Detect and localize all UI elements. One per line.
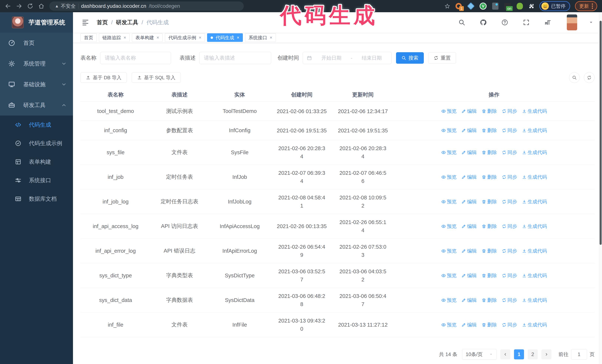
- search-icon[interactable]: [458, 19, 465, 26]
- sync-link[interactable]: 同步: [502, 149, 517, 156]
- sidebar-item-infrastructure[interactable]: 基础设施: [0, 74, 73, 95]
- extension-green-icon[interactable]: [516, 2, 524, 10]
- tab-system-api[interactable]: 系统接口 ×: [245, 33, 276, 42]
- delete-link[interactable]: 删除: [482, 108, 497, 114]
- browser-menu-icon[interactable]: [592, 3, 593, 9]
- edit-link[interactable]: 编辑: [462, 174, 477, 180]
- preview-link[interactable]: 预览: [441, 108, 457, 114]
- preview-link[interactable]: 预览: [441, 149, 457, 156]
- sync-link[interactable]: 同步: [502, 127, 517, 134]
- prev-page-button[interactable]: [500, 349, 510, 359]
- sync-link[interactable]: 同步: [502, 174, 517, 180]
- edit-link[interactable]: 编辑: [462, 297, 477, 303]
- browser-update-button[interactable]: 更新: [575, 1, 597, 11]
- sidebar-item-db-doc[interactable]: 数据库文档: [0, 190, 73, 208]
- close-icon[interactable]: ×: [124, 35, 126, 40]
- page-scrollbar[interactable]: [599, 12, 602, 364]
- sidebar-item-home[interactable]: 首页: [0, 32, 73, 53]
- page-button-2[interactable]: 2: [528, 349, 538, 359]
- preview-link[interactable]: 预览: [441, 272, 457, 279]
- extensions-puzzle-icon[interactable]: [528, 3, 535, 9]
- tab-code-generation[interactable]: 代码生成 ×: [207, 33, 243, 42]
- date-range-picker[interactable]: 开始日期 - 结束日期: [303, 52, 392, 64]
- browser-profile-chip[interactable]: 😀 已暂停: [539, 1, 570, 11]
- goto-page-input[interactable]: [571, 349, 587, 360]
- sidebar-item-code-generation[interactable]: 代码生成: [0, 115, 73, 134]
- tab-home[interactable]: 首页: [80, 33, 97, 42]
- edit-link[interactable]: 编辑: [462, 149, 477, 156]
- import-db-button[interactable]: 基于 DB 导入: [80, 73, 127, 83]
- preview-link[interactable]: 预览: [441, 248, 457, 254]
- close-icon[interactable]: ×: [199, 35, 201, 40]
- refresh-table-button[interactable]: [584, 72, 595, 83]
- user-avatar[interactable]: [567, 14, 577, 30]
- sync-link[interactable]: 同步: [502, 248, 517, 254]
- generate-code-link[interactable]: 生成代码: [522, 248, 547, 254]
- extension-on-icon[interactable]: on: [504, 2, 511, 10]
- extension-toggle-icon[interactable]: [492, 2, 499, 10]
- preview-link[interactable]: 预览: [441, 322, 457, 328]
- next-page-button[interactable]: [541, 349, 551, 359]
- tab-form-builder[interactable]: 表单构建 ×: [132, 33, 163, 42]
- hamburger-icon[interactable]: [82, 19, 89, 26]
- help-icon[interactable]: [501, 19, 508, 26]
- generate-code-link[interactable]: 生成代码: [522, 149, 547, 156]
- edit-link[interactable]: 编辑: [462, 322, 477, 328]
- sidebar-item-system-management[interactable]: 系统管理: [0, 53, 73, 74]
- breadcrumb-dev-tools[interactable]: 研发工具: [116, 19, 138, 26]
- extension-orange-icon[interactable]: 1: [455, 2, 462, 10]
- preview-link[interactable]: 预览: [441, 174, 457, 180]
- preview-link[interactable]: 预览: [441, 223, 457, 229]
- delete-link[interactable]: 删除: [482, 297, 497, 303]
- generate-code-link[interactable]: 生成代码: [522, 297, 547, 303]
- delete-link[interactable]: 删除: [482, 149, 497, 156]
- generate-code-link[interactable]: 生成代码: [522, 223, 547, 229]
- table-desc-input[interactable]: [199, 52, 271, 64]
- start-date-placeholder[interactable]: 开始日期: [315, 55, 347, 61]
- close-icon[interactable]: ×: [270, 35, 272, 40]
- font-size-icon[interactable]: [544, 19, 551, 26]
- extension-gem-icon[interactable]: [467, 2, 474, 10]
- toggle-search-button[interactable]: [569, 72, 580, 83]
- delete-link[interactable]: 删除: [482, 322, 497, 328]
- scrollbar-thumb[interactable]: [600, 21, 602, 245]
- sidebar-item-form-builder[interactable]: 表单构建: [0, 153, 73, 171]
- sidebar-item-codegen-example[interactable]: 代码生成示例: [0, 134, 73, 153]
- browser-home-icon[interactable]: [38, 3, 44, 9]
- import-sql-button[interactable]: 基于 SQL 导入: [132, 73, 181, 83]
- edit-link[interactable]: 编辑: [462, 108, 477, 114]
- preview-link[interactable]: 预览: [441, 198, 457, 205]
- close-icon[interactable]: ×: [237, 35, 239, 40]
- table-name-input[interactable]: [100, 52, 171, 64]
- sync-link[interactable]: 同步: [502, 272, 517, 279]
- delete-link[interactable]: 删除: [482, 248, 497, 254]
- preview-link[interactable]: 预览: [441, 127, 457, 134]
- bookmark-star-icon[interactable]: [445, 3, 450, 9]
- sidebar-item-system-api[interactable]: 系统接口: [0, 171, 73, 190]
- search-button[interactable]: 搜索: [396, 52, 424, 64]
- delete-link[interactable]: 删除: [482, 127, 497, 134]
- breadcrumb-home[interactable]: 首页: [97, 19, 108, 26]
- edit-link[interactable]: 编辑: [462, 272, 477, 279]
- page-size-select[interactable]: 10条/页: [462, 349, 497, 360]
- avatar-caret-down-icon[interactable]: [589, 20, 593, 25]
- edit-link[interactable]: 编辑: [462, 198, 477, 205]
- sync-link[interactable]: 同步: [502, 322, 517, 328]
- edit-link[interactable]: 编辑: [462, 127, 477, 134]
- sidebar-logo[interactable]: 芋道管理系统: [0, 12, 73, 32]
- edit-link[interactable]: 编辑: [462, 248, 477, 254]
- delete-link[interactable]: 删除: [482, 198, 497, 205]
- generate-code-link[interactable]: 生成代码: [522, 174, 547, 180]
- fullscreen-icon[interactable]: [523, 19, 530, 26]
- security-warning[interactable]: ▲ 不安全: [55, 3, 76, 10]
- sync-link[interactable]: 同步: [502, 223, 517, 229]
- github-icon[interactable]: [480, 19, 487, 26]
- browser-back-icon[interactable]: [5, 3, 11, 9]
- edit-link[interactable]: 编辑: [462, 223, 477, 229]
- address-bar[interactable]: ▲ 不安全 dashboard.yudao.iocoder.cn /tool/c…: [49, 1, 244, 11]
- sync-link[interactable]: 同步: [502, 297, 517, 303]
- reset-button[interactable]: 重置: [428, 52, 456, 64]
- browser-forward-icon[interactable]: [16, 3, 22, 9]
- generate-code-link[interactable]: 生成代码: [522, 272, 547, 279]
- page-button-1[interactable]: 1: [514, 349, 524, 359]
